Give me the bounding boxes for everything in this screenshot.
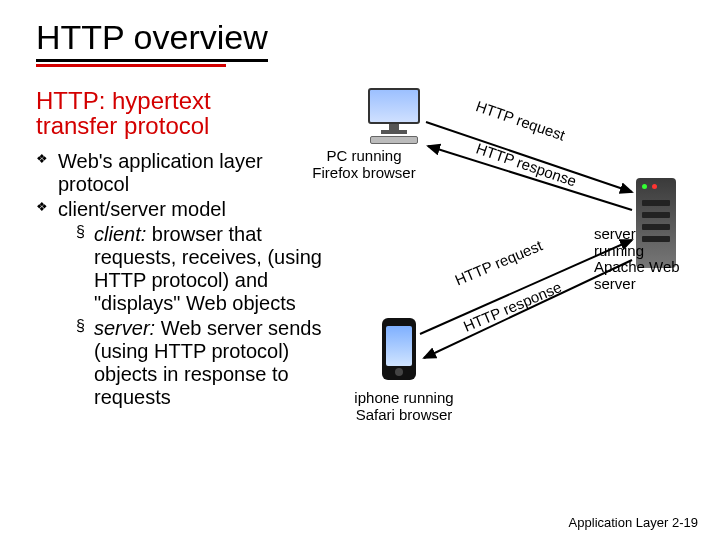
diagram-area: PC running Firefox browser iphone runnin… — [344, 88, 684, 411]
footer-page-number: 2-19 — [672, 515, 698, 530]
subheading: HTTP: hypertext transfer protocol — [36, 88, 336, 138]
slide-title: HTTP overview — [36, 18, 268, 62]
bullet-text: client/server model — [58, 198, 226, 220]
svg-line-1 — [428, 146, 632, 210]
subhead-line2: transfer protocol — [36, 112, 209, 139]
bullet-item: Web's application layer protocol — [36, 150, 336, 196]
bullet-item: client/server model client: browser that… — [36, 198, 336, 409]
footer: Application Layer 2-19 — [569, 515, 698, 530]
subhead-line1: HTTP: hypertext — [36, 87, 211, 114]
sub-bullet-list: client: browser that requests, receives,… — [58, 223, 336, 409]
sub-bullet-item: client: browser that requests, receives,… — [76, 223, 336, 315]
sub-bullet-term: client: — [94, 223, 146, 245]
bullet-list: Web's application layer protocol client/… — [36, 150, 336, 409]
footer-text: Application Layer — [569, 515, 669, 530]
title-underline-accent — [36, 64, 226, 67]
left-column: HTTP: hypertext transfer protocol Web's … — [36, 88, 336, 411]
sub-bullet-term: server: — [94, 317, 155, 339]
sub-bullet-item: server: Web server sends (using HTTP pro… — [76, 317, 336, 409]
bullet-text: Web's application layer protocol — [58, 150, 263, 195]
slide-title-text: HTTP overview — [36, 18, 268, 56]
